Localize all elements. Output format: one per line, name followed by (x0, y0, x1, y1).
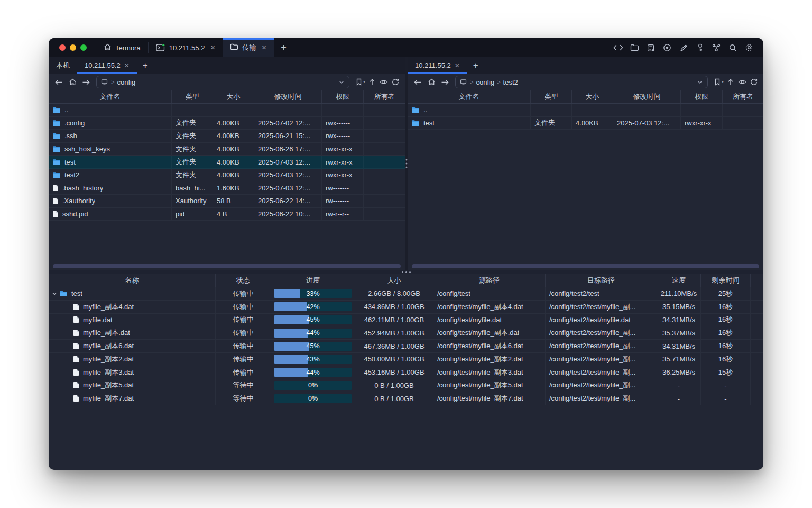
scrollbar-thumb[interactable] (412, 264, 759, 268)
keychain-icon[interactable] (709, 41, 723, 55)
upload-icon[interactable] (366, 76, 378, 88)
tab-termora-home[interactable]: Termora (96, 38, 148, 57)
breadcrumb-segment[interactable]: test2 (503, 78, 518, 86)
file-row[interactable]: test 文件夹 4.00KB 2025-07-03 12:... rwxr-x… (408, 117, 763, 130)
new-tab-button[interactable]: + (274, 38, 293, 57)
refresh-icon[interactable] (390, 76, 401, 88)
file-row[interactable]: .bash_history bash_hi... 1.60KB 2025-07-… (49, 182, 405, 195)
chevron-down-icon[interactable] (697, 79, 703, 85)
record-icon[interactable] (660, 41, 674, 55)
home-button[interactable] (425, 76, 438, 88)
path-breadcrumb[interactable]: >config (96, 76, 349, 88)
close-icon[interactable]: ✕ (124, 62, 130, 69)
bookmark-caret-icon[interactable]: ▾ (363, 79, 365, 84)
tab-session-10-211-55-2[interactable]: 10.211.55.2 ✕ (149, 38, 223, 57)
file-row[interactable]: test2 文件夹 4.00KB 2025-07-03 12:... rwxr-… (49, 169, 405, 182)
file-owner-cell (364, 208, 405, 221)
new-panel-tab-button[interactable]: + (137, 57, 154, 74)
back-button[interactable] (52, 76, 65, 88)
transfer-row[interactable]: myfile_副本.dat 传输中 44% 452.94MB / 1.00GB … (49, 326, 763, 340)
refresh-icon[interactable] (748, 76, 760, 88)
column-header-5[interactable]: 所有者 (364, 90, 405, 103)
transfer-row[interactable]: myfile_副本6.dat 传输中 45% 467.36MB / 1.00GB… (49, 340, 763, 353)
close-icon[interactable]: ✕ (455, 62, 460, 69)
progress-label: 45% (274, 315, 352, 324)
show-hidden-icon[interactable] (736, 76, 748, 88)
traffic-lights (49, 38, 96, 57)
transfer-row[interactable]: myfile_副本7.dat 等待中 0% 0 B / 1.00GB /conf… (49, 392, 763, 405)
breadcrumb-segment[interactable]: config (476, 78, 494, 86)
transfer-row[interactable]: myfile_副本4.dat 传输中 42% 434.86MB / 1.00GB… (49, 301, 763, 314)
file-row[interactable]: .config 文件夹 4.00KB 2025-07-02 12:... rwx… (49, 117, 405, 130)
transfer-row[interactable]: myfile_副本5.dat 等待中 0% 0 B / 1.00GB /conf… (49, 379, 763, 393)
column-header-2[interactable]: 大小 (572, 90, 613, 103)
transfer-row[interactable]: myfile.dat 传输中 45% 462.11MB / 1.00GB /co… (49, 314, 763, 327)
home-button[interactable] (66, 76, 79, 88)
close-icon[interactable]: ✕ (210, 44, 215, 51)
column-header-4[interactable]: 权限 (681, 90, 723, 103)
log-icon[interactable] (644, 41, 658, 55)
file-size-cell: 4.00KB (213, 143, 254, 156)
close-window-button[interactable] (59, 44, 66, 51)
column-header-4[interactable]: 权限 (322, 90, 364, 103)
tab-remote-10-211-55-2[interactable]: 10.211.55.2 ✕ (408, 57, 467, 74)
forward-button[interactable] (439, 76, 451, 88)
show-hidden-icon[interactable] (378, 76, 390, 88)
column-header-0[interactable]: 文件名 (408, 90, 531, 103)
column-header-5[interactable]: 所有者 (723, 90, 763, 103)
breadcrumb-segment[interactable]: config (117, 78, 135, 86)
tab-local[interactable]: 本机 (49, 57, 77, 74)
key-icon[interactable] (693, 41, 707, 55)
edit-icon[interactable] (677, 41, 690, 55)
column-header-1[interactable]: 状态 (216, 274, 271, 287)
minimize-window-button[interactable] (70, 44, 76, 51)
search-icon[interactable] (726, 41, 740, 55)
column-header-0[interactable]: 名称 (49, 274, 216, 287)
file-icon (52, 211, 59, 218)
column-header-1[interactable]: 类型 (172, 90, 213, 103)
transfer-remaining-cell: 16秒 (701, 353, 751, 366)
column-header-3[interactable]: 修改时间 (613, 90, 681, 103)
column-header-5[interactable]: 目标路径 (546, 274, 657, 287)
scrollbar-thumb[interactable] (53, 264, 401, 268)
bookmark-caret-icon[interactable]: ▾ (722, 79, 724, 84)
column-header-0[interactable]: 文件名 (49, 90, 172, 103)
tab-transfer[interactable]: 传输 ✕ (223, 38, 274, 57)
code-icon[interactable] (611, 41, 625, 55)
column-header-4[interactable]: 源路径 (433, 274, 546, 287)
tab-remote-10-211-55-2[interactable]: 10.211.55.2 ✕ (77, 57, 137, 74)
column-header-1[interactable]: 类型 (531, 90, 572, 103)
file-row[interactable]: .. (49, 104, 405, 117)
file-perms-cell: rw------- (322, 182, 364, 195)
column-header-6[interactable]: 速度 (657, 274, 701, 287)
column-header-2[interactable]: 大小 (213, 90, 254, 103)
close-icon[interactable]: ✕ (261, 44, 266, 51)
chevron-down-icon[interactable] (338, 79, 345, 85)
new-panel-tab-button[interactable]: + (467, 57, 484, 74)
horizontal-splitter[interactable] (49, 270, 763, 274)
transfer-status-cell: 传输中 (216, 287, 271, 300)
path-breadcrumb[interactable]: >config>test2 (455, 76, 708, 88)
file-row[interactable]: sshd.pid pid 4 B 2025-06-22 10:... rw-r-… (49, 208, 405, 221)
transfer-row[interactable]: myfile_副本2.dat 传输中 43% 450.00MB / 1.00GB… (49, 353, 763, 366)
transfer-status-cell: 传输中 (216, 340, 271, 352)
back-button[interactable] (411, 76, 424, 88)
file-row[interactable]: .Xauthority Xauthority 58 B 2025-06-22 1… (49, 195, 405, 208)
folder-icon[interactable] (628, 41, 641, 55)
column-header-7[interactable]: 剩余时间 (701, 274, 751, 287)
transfer-row[interactable]: test 传输中 33% 2.66GB / 8.00GB /config/tes… (49, 287, 763, 301)
settings-icon[interactable] (742, 41, 756, 55)
zoom-window-button[interactable] (80, 44, 87, 51)
file-row[interactable]: .. (408, 104, 763, 117)
file-row[interactable]: test 文件夹 4.00KB 2025-07-03 12:... rwxr-x… (49, 156, 405, 169)
column-header-3[interactable]: 修改时间 (254, 90, 322, 103)
column-header-3[interactable]: 大小 (355, 274, 433, 287)
upload-icon[interactable] (725, 76, 736, 88)
column-header-2[interactable]: 进度 (271, 274, 355, 287)
expand-caret-icon[interactable] (51, 291, 58, 296)
forward-button[interactable] (80, 76, 93, 88)
file-row[interactable]: .ssh 文件夹 4.00KB 2025-06-21 15:... rwx---… (49, 130, 405, 143)
file-row[interactable]: ssh_host_keys 文件夹 4.00KB 2025-06-26 17:.… (49, 143, 405, 156)
transfer-row[interactable]: myfile_副本3.dat 传输中 44% 453.16MB / 1.00GB… (49, 366, 763, 379)
vertical-splitter[interactable] (405, 57, 408, 270)
